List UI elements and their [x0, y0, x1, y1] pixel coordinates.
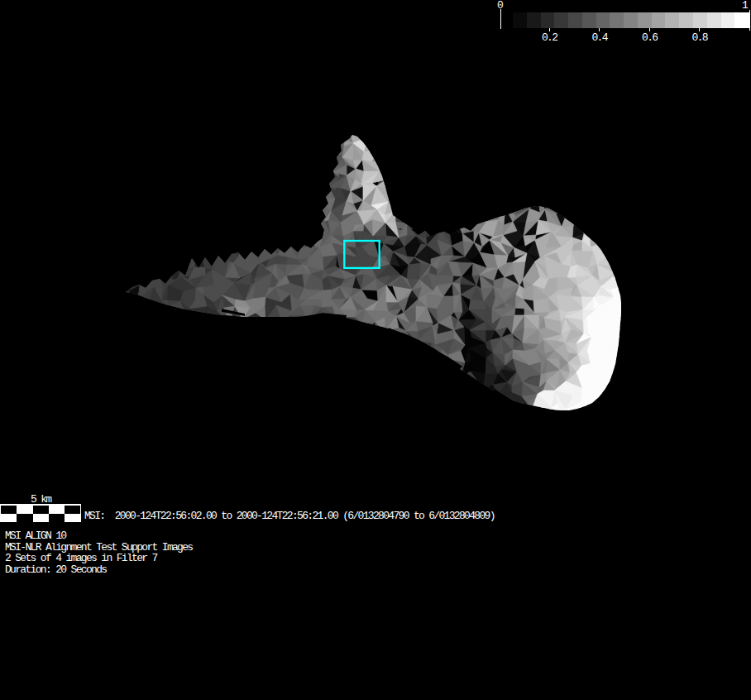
svg-text:0.6: 0.6 — [642, 31, 658, 44]
svg-text:0.8: 0.8 — [692, 31, 708, 44]
svg-text:Duration: 20 Seconds: Duration: 20 Seconds — [5, 563, 107, 576]
svg-text:0: 0 — [497, 0, 503, 12]
svg-text:5 km: 5 km — [31, 493, 52, 506]
svg-text:0.2: 0.2 — [542, 31, 557, 44]
svg-text:0.4: 0.4 — [592, 31, 609, 44]
svg-text:MSI: 2000-124T22:56:02.00 to: MSI: 2000-124T22:56:02.00 to 2000-124T22… — [84, 510, 495, 522]
svg-text:MSI ALIGN 10: MSI ALIGN 10 — [5, 530, 66, 542]
svg-text:2 Sets of 4 images in Filter 7: 2 Sets of 4 images in Filter 7 — [5, 552, 158, 564]
